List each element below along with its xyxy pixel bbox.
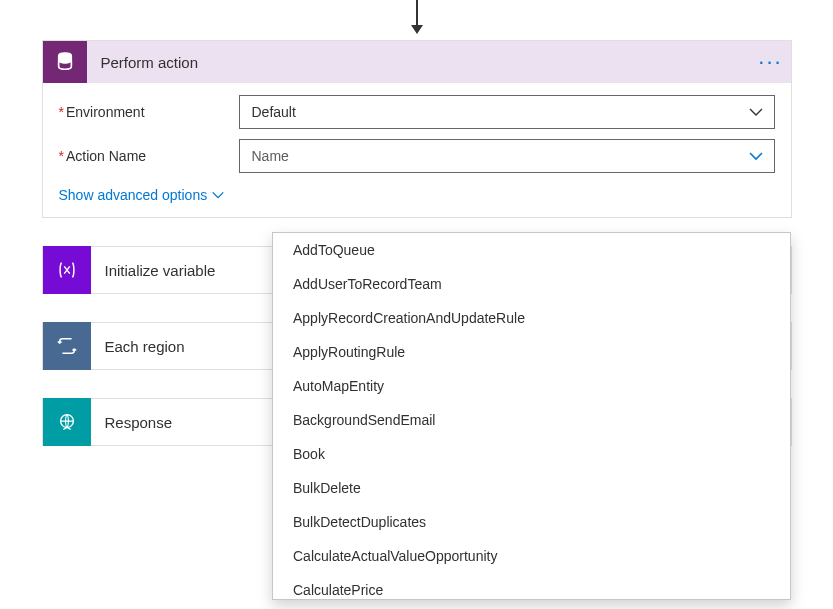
variable-icon	[43, 246, 91, 294]
dropdown-item[interactable]: AutoMapEntity	[273, 369, 790, 403]
dropdown-item[interactable]: ApplyRecordCreationAndUpdateRule	[273, 301, 790, 335]
loop-icon	[43, 322, 91, 370]
environment-label: *Environment	[59, 104, 239, 120]
perform-action-card: Perform action ··· *Environment Default …	[42, 40, 792, 218]
action-name-placeholder: Name	[252, 148, 289, 164]
dropdown-item[interactable]: Book	[273, 437, 790, 471]
dropdown-item[interactable]: BackgroundSendEmail	[273, 403, 790, 437]
perform-action-body: *Environment Default *Action Name Name	[43, 83, 791, 217]
chevron-down-icon	[748, 148, 764, 164]
perform-action-header[interactable]: Perform action ···	[43, 41, 791, 83]
advanced-options-label: Show advanced options	[59, 187, 208, 203]
dropdown-item[interactable]: BulkDetectDuplicates	[273, 505, 790, 539]
more-button[interactable]: ···	[751, 41, 791, 83]
dropdown-item[interactable]: CalculatePrice	[273, 573, 790, 600]
chevron-down-icon	[211, 188, 225, 202]
action-name-label: *Action Name	[59, 148, 239, 164]
globe-icon	[43, 398, 91, 446]
action-name-select[interactable]: Name	[239, 139, 775, 173]
dropdown-item[interactable]: AddToQueue	[273, 233, 790, 267]
chevron-down-icon	[748, 104, 764, 120]
environment-select[interactable]: Default	[239, 95, 775, 129]
advanced-options-link[interactable]: Show advanced options	[59, 187, 226, 203]
action-name-dropdown[interactable]: AddToQueueAddUserToRecordTeamApplyRecord…	[272, 232, 791, 600]
arrow-down-icon	[416, 0, 418, 32]
database-icon	[43, 41, 87, 83]
dropdown-item[interactable]: AddUserToRecordTeam	[273, 267, 790, 301]
dropdown-item[interactable]: BulkDelete	[273, 471, 790, 505]
environment-value: Default	[252, 104, 296, 120]
dropdown-item[interactable]: CalculateActualValueOpportunity	[273, 539, 790, 573]
dropdown-item[interactable]: ApplyRoutingRule	[273, 335, 790, 369]
perform-action-title: Perform action	[87, 54, 751, 71]
